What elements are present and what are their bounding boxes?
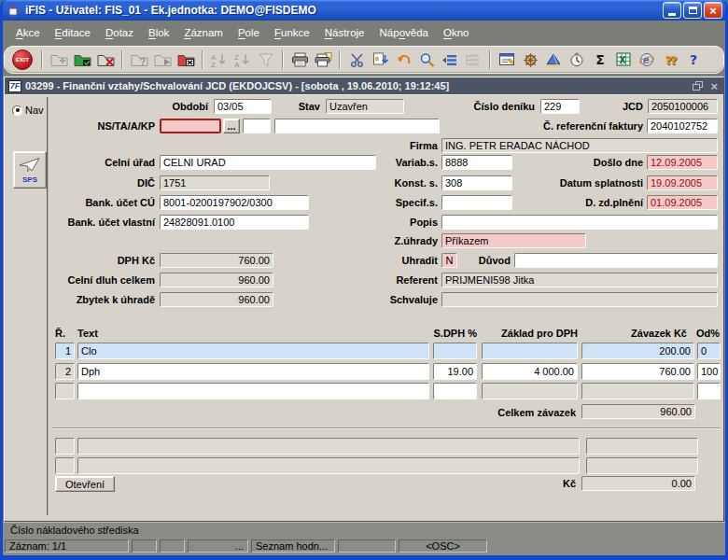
menu-item-zaznam[interactable]: Záznam xyxy=(176,24,231,41)
calculator-button[interactable] xyxy=(542,49,565,71)
field-splatnost[interactable]: 19.09.2005 xyxy=(647,175,718,190)
table-cell-zavazek[interactable]: 760.00 xyxy=(581,363,694,380)
field-celni_urad[interactable]: CELNI URAD xyxy=(160,155,376,170)
table-cell-zaklad[interactable] xyxy=(482,343,578,359)
window-title: iFIS - Uživatel: FIS_01 - Ek.jednotka: D… xyxy=(25,4,663,17)
calendar-button[interactable] xyxy=(566,49,588,71)
menu-item-blok[interactable]: Blok xyxy=(141,24,176,41)
field-konst[interactable]: 308 xyxy=(441,175,512,190)
field-doslo[interactable]: 12.09.2005 xyxy=(647,155,718,170)
field-ns[interactable] xyxy=(160,119,221,133)
field-variab[interactable]: 8888 xyxy=(441,155,512,170)
field-help-button[interactable]: ?? xyxy=(659,49,681,71)
form-close-icon[interactable]: × xyxy=(710,80,718,92)
open-button[interactable]: Otevření xyxy=(55,476,115,492)
table-header: Text xyxy=(77,327,133,340)
table-cell-zaklad[interactable] xyxy=(482,383,578,399)
field-ref_faktura[interactable]: 2040102752 xyxy=(647,119,718,133)
print-button[interactable] xyxy=(288,49,311,71)
menu-item-okno[interactable]: Okno xyxy=(436,24,477,41)
status-segment-6 xyxy=(338,539,396,553)
table-cell-od[interactable]: 0 xyxy=(697,343,721,359)
nav-radio-icon[interactable] xyxy=(12,105,22,116)
status-message: Číslo nákladového střediska xyxy=(3,522,725,539)
field-popis[interactable] xyxy=(441,215,718,230)
menu-item-pole[interactable]: Pole xyxy=(231,24,267,41)
table-cell-text[interactable] xyxy=(77,383,429,399)
menu-item-nastroje[interactable]: Nástroje xyxy=(317,24,372,41)
field-specif[interactable] xyxy=(441,195,512,210)
table-cell-sdph[interactable]: 19.00 xyxy=(433,363,477,380)
maximize-button[interactable] xyxy=(683,2,702,19)
field-bank_cu[interactable]: 8001-0200197902/0300 xyxy=(160,195,309,210)
form-canvas: Nav SPS NS/TA/A/KP .. xyxy=(5,94,723,521)
table-cell-zaklad[interactable]: 4 000.00 xyxy=(482,363,578,380)
table-cell-od[interactable] xyxy=(697,383,721,399)
exit-icon: EXIT xyxy=(12,49,33,70)
table-cell-od[interactable]: 100 xyxy=(697,363,721,380)
editor-button[interactable] xyxy=(496,49,518,71)
menu-item-napoveda[interactable]: Nápověda xyxy=(372,24,436,41)
table-cell-sdph[interactable] xyxy=(433,383,477,399)
close-button[interactable]: × xyxy=(704,2,722,19)
minimize-button[interactable] xyxy=(663,2,681,19)
help-button[interactable]: ? xyxy=(682,49,705,71)
field-specif-label: Specif.s. xyxy=(359,195,438,210)
navigator-button[interactable] xyxy=(519,49,541,71)
field-bank_vlastni[interactable]: 24828091.0100 xyxy=(160,215,309,230)
ns-browse-button[interactable]: ... xyxy=(223,119,240,133)
field-variab-label: Variab.s. xyxy=(359,155,438,170)
excel-button[interactable]: X xyxy=(612,49,635,71)
menu-item-akce[interactable]: Akce xyxy=(8,24,48,41)
field-zuhrady[interactable]: Příkazem xyxy=(441,233,586,248)
execute-query-button xyxy=(151,49,174,71)
field-celni_dluh-label: Celní dluh celkem xyxy=(23,273,155,287)
field-uhradit[interactable]: N xyxy=(441,253,457,268)
field-zbytek-label: Zbytek k úhradě xyxy=(23,292,155,307)
table-cell-zavazek[interactable]: 200.00 xyxy=(581,343,694,359)
field-duvod[interactable] xyxy=(514,253,718,268)
table-cell-zavazek[interactable] xyxy=(581,383,694,399)
table-cell-sdph[interactable] xyxy=(433,343,477,359)
print-setup-button[interactable] xyxy=(312,49,334,71)
footer-field-right xyxy=(586,457,698,474)
form-restore-icon[interactable] xyxy=(693,81,703,91)
menu-item-funkce[interactable]: Funkce xyxy=(267,24,317,41)
osc-indicator: <OSC> xyxy=(399,539,487,553)
table-cell-text[interactable]: Dph xyxy=(77,363,429,380)
delete-record-button[interactable] xyxy=(94,49,117,71)
field-ns-2[interactable] xyxy=(243,119,271,133)
table-cell-text[interactable]: Clo xyxy=(77,343,429,359)
ifis-form-icon: 7F xyxy=(8,80,21,92)
footer-row-selector[interactable] xyxy=(55,457,75,474)
form-window-titlebar[interactable]: 7F 03299 - Finanční vztahy/Schvalování J… xyxy=(5,77,723,94)
web-button[interactable]: e xyxy=(636,49,658,71)
title-bar[interactable]: iFIS - Uživatel: FIS_01 - Ek.jednotka: D… xyxy=(3,0,725,21)
nav-radio-row[interactable]: Nav xyxy=(12,105,44,116)
table-row-selector[interactable]: 2 xyxy=(55,363,75,380)
commit-button[interactable] xyxy=(71,49,93,71)
insert-record-button xyxy=(48,49,70,71)
undo-button[interactable] xyxy=(392,49,414,71)
menu-item-editace[interactable]: Editace xyxy=(48,24,98,41)
field-ns-3[interactable] xyxy=(274,119,440,133)
find-button[interactable] xyxy=(415,49,438,71)
sum-button[interactable]: Σ xyxy=(589,49,611,71)
cancel-query-button[interactable] xyxy=(175,49,197,71)
kc-field: 0.00 xyxy=(581,476,695,491)
ellipsis-indicator: ... xyxy=(188,539,248,553)
exit-button[interactable]: EXIT xyxy=(10,49,35,71)
sort-asc-button: AZ xyxy=(208,49,231,71)
menu-item-dotaz[interactable]: Dotaz xyxy=(98,24,141,41)
table-row-selector[interactable] xyxy=(55,383,75,399)
table-row-selector[interactable]: 1 xyxy=(55,343,75,359)
field-dic-label: DIČ xyxy=(42,175,155,190)
field-firma-label: Firma xyxy=(359,138,438,153)
paste-field-button[interactable]: a xyxy=(369,49,391,71)
field-celni_urad-label: Celní úřad xyxy=(42,155,155,170)
field-zdpl[interactable]: 01.09.2005 xyxy=(647,195,718,210)
footer-row-selector[interactable] xyxy=(55,438,75,455)
field-dph_kc: 760.00 xyxy=(160,253,273,268)
list-values-button[interactable] xyxy=(439,49,461,71)
cut-button[interactable] xyxy=(345,49,368,71)
